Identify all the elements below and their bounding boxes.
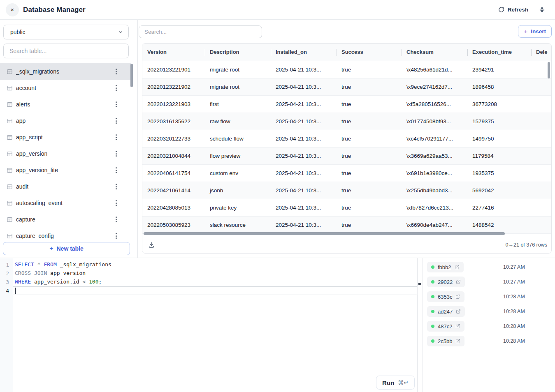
table-name: _sqlx_migrations <box>16 68 59 75</box>
new-table-button[interactable]: + New table <box>3 242 130 255</box>
sql-editor[interactable]: 1 SELECT * FROM _sqlx_migrations 2 CROSS… <box>0 258 418 392</box>
table-row[interactable]: 20220123221901migrate root2025-04-21 10:… <box>142 61 551 78</box>
table-cell: \xc4cf570291177... <box>402 130 467 147</box>
external-link-icon[interactable] <box>456 279 461 284</box>
close-button[interactable]: × <box>6 3 19 16</box>
run-button[interactable]: Run ⌘↵ <box>376 376 415 390</box>
status-dot-icon <box>431 325 434 328</box>
editor-line[interactable]: 3 WHERE app_version.id < 100; <box>0 278 417 286</box>
refresh-button[interactable]: Refresh <box>498 7 528 13</box>
sidebar-scrollbar[interactable] <box>130 64 133 87</box>
editor-line[interactable]: 2 CROSS JOIN app_version <box>0 269 417 278</box>
table-cell: true <box>337 148 402 164</box>
editor-scrollbar[interactable] <box>418 283 421 285</box>
sidebar-table-item[interactable]: capture_config <box>0 228 131 242</box>
kebab-menu-icon[interactable] <box>114 215 118 224</box>
column-header[interactable]: Installed_on <box>271 44 337 61</box>
kebab-menu-icon[interactable] <box>114 100 118 109</box>
app-header: × Database Manager Refresh <box>0 0 555 20</box>
horizontal-scrollbar[interactable] <box>144 232 505 235</box>
history-pill[interactable]: 29022 <box>427 277 465 287</box>
editor-line[interactable]: 4 <box>0 286 417 295</box>
column-header[interactable]: Dele <box>531 44 551 61</box>
line-number: 3 <box>0 278 13 286</box>
editor-line[interactable]: 1 SELECT * FROM _sqlx_migrations <box>0 261 417 269</box>
sidebar-table-item[interactable]: autoscaling_event <box>0 195 131 211</box>
table-row[interactable]: 20220428085013private key2025-04-21 10:3… <box>142 199 551 217</box>
kebab-menu-icon[interactable] <box>114 133 118 142</box>
sidebar-table-item[interactable]: capture <box>0 211 131 228</box>
history-pill[interactable]: 487c2 <box>427 321 464 332</box>
history-pill[interactable]: fbbb2 <box>427 262 464 272</box>
column-header[interactable]: Execution_time <box>467 44 531 61</box>
sidebar-table-item[interactable]: audit <box>0 178 131 195</box>
table-name: app_version <box>16 150 47 157</box>
history-pill[interactable]: 6353c <box>427 291 464 302</box>
external-link-icon[interactable] <box>456 309 461 314</box>
table-cell: 2277416 <box>467 199 531 216</box>
history-id: 2c5bb <box>438 338 452 344</box>
history-pill[interactable]: ad247 <box>427 306 465 317</box>
refresh-icon <box>498 7 504 13</box>
kebab-menu-icon[interactable] <box>114 166 118 175</box>
external-link-icon[interactable] <box>455 265 460 270</box>
sidebar-table-item[interactable]: app_script <box>0 129 131 145</box>
external-link-icon[interactable] <box>455 339 460 344</box>
table-row[interactable]: 20220321004844flow preview2025-04-21 10:… <box>142 148 551 165</box>
history-item[interactable]: 2c5bb 10:28 AM <box>423 334 555 348</box>
column-header[interactable]: Description <box>205 44 271 61</box>
table-cell: \xfb7827d6cc213... <box>402 199 467 216</box>
insert-button[interactable]: + Insert <box>518 25 552 38</box>
schema-select[interactable]: public <box>3 25 129 39</box>
line-number: 4 <box>0 286 13 295</box>
table-icon <box>7 217 13 223</box>
table-row[interactable]: 20220503085923slack resource2025-04-21 1… <box>142 217 551 234</box>
kebab-menu-icon[interactable] <box>114 83 118 92</box>
sidebar-table-item[interactable]: app_version_lite <box>0 162 131 178</box>
table-row[interactable]: 20220406141754custom env2025-04-21 10:3.… <box>142 165 551 182</box>
kebab-menu-icon[interactable] <box>114 198 118 208</box>
kebab-menu-icon[interactable] <box>114 67 118 76</box>
table-cell: true <box>337 78 402 95</box>
sidebar-table-item[interactable]: account <box>0 80 131 96</box>
kebab-menu-icon[interactable] <box>114 231 118 240</box>
table-name: capture_config <box>16 233 54 239</box>
table-icon <box>7 85 13 91</box>
external-link-icon[interactable] <box>455 324 460 329</box>
kebab-menu-icon[interactable] <box>114 182 118 191</box>
history-pill[interactable]: 2c5bb <box>427 336 464 346</box>
sidebar-table-item[interactable]: app <box>0 113 131 129</box>
history-item[interactable]: ad247 10:28 AM <box>423 304 555 319</box>
sidebar-table-item[interactable]: app_version <box>0 145 131 162</box>
column-header[interactable]: Success <box>337 44 402 61</box>
sidebar-table-item[interactable]: alerts <box>0 96 131 113</box>
vertical-scrollbar[interactable] <box>548 62 550 78</box>
line-code: SELECT * FROM _sqlx_migrations <box>13 261 417 269</box>
collapse-window-button[interactable] <box>539 7 545 13</box>
plus-icon: + <box>524 28 527 35</box>
table-row[interactable]: 20220123221903first2025-04-21 10:3...tru… <box>142 96 551 113</box>
rows-search-input[interactable] <box>139 25 262 38</box>
download-button[interactable] <box>146 240 156 250</box>
table-row[interactable]: 20220421061414jsonb2025-04-21 10:3...tru… <box>142 182 551 199</box>
table-cell: 2025-04-21 10:3... <box>271 217 337 233</box>
table-cell: \xf5a280516526... <box>402 96 467 113</box>
external-link-icon[interactable] <box>455 294 460 299</box>
history-item[interactable]: 487c2 10:28 AM <box>423 319 555 334</box>
table-cell: 2025-04-21 10:3... <box>271 130 337 147</box>
history-item[interactable]: fbbb2 10:27 AM <box>423 260 555 274</box>
table-search-input[interactable] <box>3 44 129 58</box>
column-header[interactable]: Version <box>142 44 205 61</box>
kebab-menu-icon[interactable] <box>114 116 118 125</box>
history-id: ad247 <box>438 309 453 315</box>
table-icon <box>7 233 13 239</box>
sidebar-table-item[interactable]: _sqlx_migrations <box>0 63 131 80</box>
history-item[interactable]: 6353c 10:28 AM <box>423 289 555 304</box>
column-header[interactable]: Checksum <box>402 44 467 61</box>
table-row[interactable]: 20220123221902migrate root2025-04-21 10:… <box>142 78 551 96</box>
table-row[interactable]: 20220320122733schedule flow2025-04-21 10… <box>142 130 551 148</box>
history-item[interactable]: 29022 10:27 AM <box>423 274 555 289</box>
table-row[interactable]: 20220316135622raw flow2025-04-21 10:3...… <box>142 113 551 130</box>
kebab-menu-icon[interactable] <box>114 149 118 158</box>
table-name: app_version_lite <box>16 167 58 173</box>
